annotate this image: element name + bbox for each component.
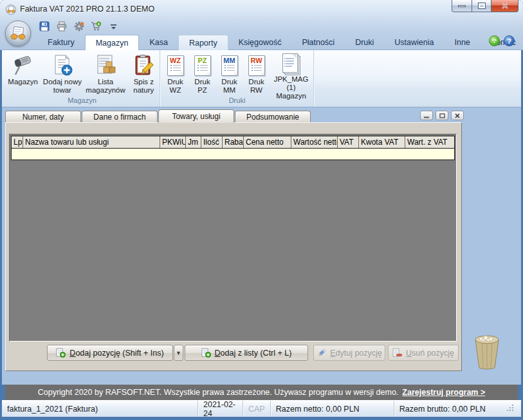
resize-grip[interactable] [506,404,516,414]
child-minimize-button[interactable] [420,111,433,120]
document-rw-icon: RW [248,53,265,78]
grid-header-row: Lp. Nazwa towaru lub usługi PKWiU Jm Ilo… [12,136,454,149]
ribbon-button-label: Druk PZ [190,78,215,95]
app-window: Faktura VAT 2021 PRO 21.1.3 DEMO Faktury… [0,0,523,420]
ribbon-tab-raporty[interactable]: Raporty [178,35,228,50]
column-header-vat[interactable]: VAT [338,136,359,148]
status-gross-total: Razem brutto: 0,00 PLN [394,401,521,417]
demo-banner: Copyright 2020 by RAFSOFT.NET. Wszystkie… [5,385,518,400]
minimize-button[interactable] [452,0,472,12]
window-title: Faktura VAT 2021 PRO 21.1.3 DEMO [20,5,154,14]
online-status-icon[interactable] [489,35,500,46]
column-header-wartosc-netto[interactable]: Wartość netto [291,136,338,148]
ribbon-group-druki: WZ Druk WZ PZ Druk PZ MM Druk MM RW Druk… [161,50,314,107]
minimize-icon [458,5,466,7]
items-grid: Lp. Nazwa towaru lub usługi PKWiU Jm Ilo… [9,134,457,342]
tab-dane-o-firmach[interactable]: Dane o firmach [82,111,158,123]
badge-text: PZ [195,57,210,65]
document-tab-bar: Numer, daty Dane o firmach Towary, usług… [5,110,311,123]
add-from-list-icon [201,348,211,358]
ribbon-tab-bar: Faktury Magazyn Kasa Raporty Księgowość … [2,33,521,50]
ribbon-button-magazyn[interactable]: Magazyn [5,52,41,96]
column-header-cena-netto[interactable]: Cena netto [244,136,291,148]
add-item-menu-button[interactable]: ▼ [174,345,183,361]
cart-icon[interactable] [91,21,102,32]
column-header-rabat[interactable]: Rabat [223,136,244,148]
restore-button[interactable] [472,0,491,12]
quick-access-toolbar [0,19,523,33]
print-icon[interactable] [56,21,67,32]
status-date: 2021-02-24 [198,401,243,417]
ribbon-button-label: JPK_MAG (1) Magazyn [271,75,311,100]
ribbon-button-lista-magazynow[interactable]: Lista magazynów [83,52,127,96]
ribbon-button-druk-wz[interactable]: WZ Druk WZ [162,52,189,96]
stacked-documents-icon [282,53,301,75]
ribbon-button-jpk-mag[interactable]: JPK_MAG (1) Magazyn [270,52,313,96]
item-actions: Dodaj pozycję (Shift + Ins) ▼ Dodaj z li… [6,345,463,362]
add-item-button[interactable]: Dodaj pozycję (Shift + Ins) [47,345,173,361]
badge-text: RW [249,57,264,65]
column-header-jm[interactable]: Jm [186,136,201,148]
customize-dropdown-icon[interactable] [108,21,119,32]
status-net-total: Razem netto: 0,00 PLN [271,401,394,417]
ribbon-button-label: Druk MM [217,78,242,95]
ribbon-button-label: Druk WZ [163,78,188,95]
trash-can-icon[interactable] [472,333,502,372]
document-wz-icon: WZ [167,53,184,78]
ribbon-button-druk-rw[interactable]: RW Druk RW [243,52,270,96]
tab-numer-daty[interactable]: Numer, daty [5,111,81,123]
column-header-pkwiu[interactable]: PKWiU [160,136,186,148]
ribbon-tab-magazyn[interactable]: Magazyn [85,35,140,50]
column-header-lp[interactable]: Lp. [12,136,23,148]
status-document-name: faktura_1_2021 (Faktura) [2,401,198,417]
badge-text: MM [222,57,237,65]
child-close-button[interactable] [451,111,464,120]
restore-icon [479,3,485,8]
tab-podsumowanie[interactable]: Podsumowanie [235,111,311,123]
settings-icon[interactable] [73,21,84,32]
ribbon-tab-inne[interactable]: Inne [444,35,480,50]
add-product-icon [50,53,75,78]
add-from-list-button[interactable]: Dodaj z listy (Ctrl + L) [185,345,308,361]
column-header-nazwa[interactable]: Nazwa towaru lub usługi [23,136,160,148]
column-header-kwota-vat[interactable]: Kwota VAT [359,136,405,148]
ribbon-tab-ustawienia[interactable]: Ustawienia [384,35,444,50]
barcode-scanner-icon [10,53,36,78]
ribbon-button-druk-pz[interactable]: PZ Druk PZ [189,52,216,96]
application-menu-orb[interactable] [5,21,31,46]
ribbon-button-label: Spis z natury [129,78,158,95]
column-header-wart-z-vat[interactable]: Wart. z VAT [405,136,454,148]
ribbon-button-spis-z-natury[interactable]: Spis z natury [128,52,160,96]
status-caps-indicator: CAP [243,401,271,417]
badge-text: WZ [168,57,183,65]
ribbon-group-label: Magazyn [5,96,160,105]
edit-item-icon [317,348,326,358]
app-logo-icon [6,5,17,15]
register-link[interactable]: Zarejestruj program > [402,388,485,397]
document-mm-icon: MM [221,53,238,78]
delete-item-button[interactable]: Usuń pozycję [388,345,459,361]
delete-item-icon [392,348,402,358]
ribbon-tab-druki[interactable]: Druki [345,35,384,50]
document-pz-icon: PZ [194,53,211,78]
ribbon-button-label: Lista magazynów [84,78,126,95]
save-icon[interactable] [39,21,50,32]
ribbon-tab-kasa[interactable]: Kasa [139,35,178,50]
titlebar[interactable]: Faktura VAT 2021 PRO 21.1.3 DEMO [0,0,523,19]
child-restore-button[interactable] [436,111,448,120]
ribbon-tab-faktury[interactable]: Faktury [37,35,85,50]
ribbon-tab-platnosci[interactable]: Płatności [291,35,345,50]
invoice-items-panel: Lp. Nazwa towaru lub usługi PKWiU Jm Ilo… [5,122,462,371]
warehouse-list-icon [93,53,118,78]
edit-item-button[interactable]: Edytuj pozycję [313,345,385,361]
close-button[interactable] [491,0,518,12]
ribbon-button-label: Dodaj nowy towar [42,78,82,95]
column-header-ilosc[interactable]: Ilość [201,136,223,148]
ribbon-tab-ksiegowosc[interactable]: Księgowość [228,35,292,50]
ribbon-button-druk-mm[interactable]: MM Druk MM [216,52,243,96]
help-icon[interactable]: ? [504,35,515,46]
tab-towary-uslugi[interactable]: Towary, usługi [158,109,234,123]
grid-empty-row[interactable] [12,149,454,160]
copyright-text: Copyright 2020 by RAFSOFT.NET. Wszystkie… [38,388,399,397]
ribbon-button-dodaj-nowy-towar[interactable]: Dodaj nowy towar [41,52,83,96]
